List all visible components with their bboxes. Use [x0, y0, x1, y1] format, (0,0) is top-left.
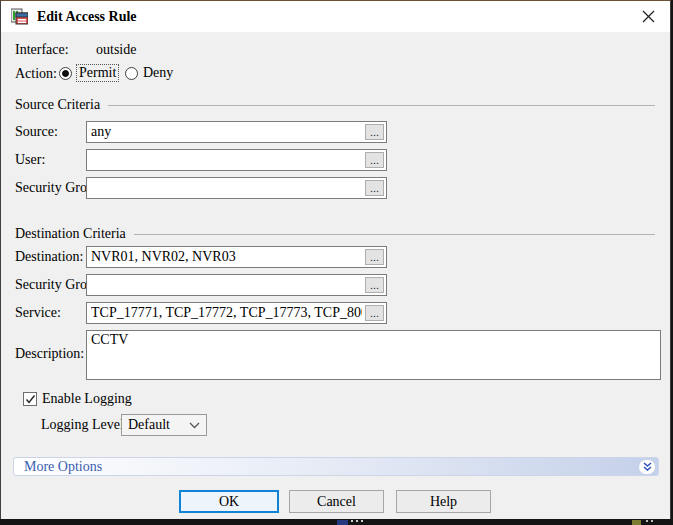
- double-chevron-down-icon[interactable]: [639, 460, 655, 474]
- more-options-bar[interactable]: More Options: [13, 457, 659, 476]
- source-security-group-browse-button[interactable]: ...: [365, 180, 384, 196]
- destination-field: ...: [86, 246, 387, 268]
- enable-logging-label[interactable]: Enable Logging: [42, 391, 132, 407]
- deny-radio-label[interactable]: Deny: [143, 65, 173, 81]
- logging-level-label: Logging Level:: [41, 417, 128, 433]
- desktop-speck: [351, 520, 353, 522]
- service-input[interactable]: [87, 303, 386, 323]
- ok-button[interactable]: OK: [179, 490, 279, 513]
- horizontal-rule: [134, 234, 655, 235]
- chevron-down-icon: [189, 422, 200, 429]
- action-label: Action:: [15, 66, 57, 82]
- user-browse-button[interactable]: ...: [365, 152, 384, 168]
- destination-criteria-title: Destination Criteria: [15, 226, 126, 242]
- cancel-button[interactable]: Cancel: [289, 490, 384, 513]
- permit-radio-label[interactable]: Permit: [77, 65, 118, 81]
- enable-logging-checkbox[interactable]: [23, 392, 37, 406]
- desktop-speck: [361, 520, 363, 522]
- description-label: Description:: [15, 346, 84, 362]
- close-icon[interactable]: [639, 7, 657, 25]
- horizontal-rule: [108, 105, 655, 106]
- destination-browse-button[interactable]: ...: [365, 249, 384, 265]
- user-input[interactable]: [87, 150, 386, 170]
- destination-security-group-field: ...: [86, 274, 387, 296]
- screen: Edit Access Rule Interface: outside Acti…: [0, 0, 673, 525]
- checkmark-icon: [25, 394, 36, 405]
- user-field: ...: [86, 149, 387, 171]
- interface-label: Interface:: [15, 42, 69, 58]
- help-button[interactable]: Help: [396, 490, 491, 513]
- user-label: User:: [15, 152, 45, 168]
- source-input[interactable]: [87, 122, 386, 142]
- service-field: ...: [86, 302, 387, 324]
- destination-label: Destination:: [15, 249, 83, 265]
- source-browse-button[interactable]: ...: [365, 124, 384, 140]
- description-textarea[interactable]: CCTV: [86, 330, 661, 380]
- source-field: ...: [86, 121, 387, 143]
- desktop-speck: [646, 520, 648, 522]
- deny-radio[interactable]: [125, 67, 138, 80]
- desktop-speck: [632, 520, 641, 525]
- logging-level-value: Default: [122, 417, 189, 433]
- titlebar: Edit Access Rule: [1, 1, 670, 32]
- source-security-group-input[interactable]: [87, 178, 386, 198]
- desktop-speck: [337, 520, 348, 525]
- permit-radio[interactable]: [59, 67, 72, 80]
- destination-security-group-browse-button[interactable]: ...: [365, 277, 384, 293]
- source-criteria-title: Source Criteria: [15, 97, 100, 113]
- service-label: Service:: [15, 305, 61, 321]
- more-options-label: More Options: [24, 459, 639, 475]
- desktop-speck: [356, 520, 358, 522]
- logging-level-dropdown[interactable]: Default: [121, 414, 207, 436]
- destination-input[interactable]: [87, 247, 386, 267]
- destination-criteria-header: Destination Criteria: [15, 226, 655, 242]
- source-label: Source:: [15, 124, 58, 140]
- edit-access-rule-dialog: Edit Access Rule Interface: outside Acti…: [0, 0, 671, 519]
- source-security-group-field: ...: [86, 177, 387, 199]
- access-rule-icon: [11, 8, 28, 25]
- dialog-title: Edit Access Rule: [37, 9, 137, 25]
- interface-value: outside: [96, 42, 136, 58]
- source-criteria-header: Source Criteria: [15, 97, 655, 113]
- service-browse-button[interactable]: ...: [365, 305, 384, 321]
- destination-security-group-input[interactable]: [87, 275, 386, 295]
- desktop-speck: [651, 520, 653, 522]
